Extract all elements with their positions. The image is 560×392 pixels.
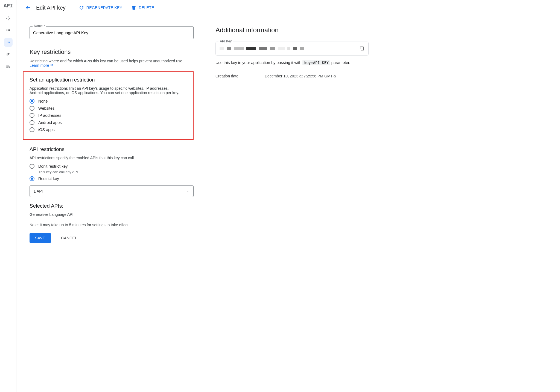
- learn-more-link[interactable]: Learn more: [30, 63, 49, 68]
- radio-ios-label: iOS apps: [38, 127, 55, 132]
- topbar: Edit API key REGENERATE KEY DELETE: [16, 0, 560, 15]
- regenerate-label: REGENERATE KEY: [86, 5, 122, 10]
- radio-android[interactable]: Android apps: [30, 120, 193, 125]
- key-icon: [6, 40, 11, 45]
- api-logo: API: [4, 3, 13, 9]
- app-restriction-title: Set an application restriction: [30, 77, 193, 83]
- key-restrictions-title: Key restrictions: [30, 48, 194, 56]
- settings-list-icon: [6, 64, 11, 69]
- arrow-left-icon: [25, 5, 31, 11]
- back-button[interactable]: [23, 3, 33, 13]
- app-restriction-desc: Application restrictions limit an API ke…: [30, 86, 193, 95]
- api-select[interactable]: 1 API: [30, 185, 194, 197]
- sidebar-item-credentials[interactable]: [4, 38, 13, 47]
- radio-restrict-input[interactable]: [30, 176, 34, 181]
- selected-api-item: Generative Language API: [30, 212, 194, 217]
- hint-prefix: Use this key in your application by pass…: [215, 60, 302, 65]
- radio-ip[interactable]: IP addresses: [30, 113, 193, 118]
- sidebar-item-oauth[interactable]: [4, 50, 13, 59]
- radio-android-input[interactable]: [30, 120, 34, 125]
- refresh-icon: [79, 5, 84, 10]
- diamond-plus-icon: [6, 16, 11, 21]
- radio-ios[interactable]: iOS apps: [30, 127, 193, 132]
- delete-label: DELETE: [139, 5, 154, 10]
- creation-date-value: December 10, 2023 at 7:25:56 PM GMT-5: [265, 74, 336, 78]
- hint-code: key=API_KEY: [302, 60, 330, 65]
- regenerate-button[interactable]: REGENERATE KEY: [79, 5, 122, 10]
- chevron-down-icon: [186, 190, 189, 193]
- radio-ios-input[interactable]: [30, 127, 34, 132]
- delete-button[interactable]: DELETE: [131, 5, 154, 10]
- name-label: Name *: [33, 24, 46, 28]
- radio-websites[interactable]: Websites: [30, 106, 193, 111]
- radio-dont-restrict-label: Don't restrict key: [38, 164, 68, 169]
- radio-android-label: Android apps: [38, 120, 62, 125]
- radio-none-label: None: [38, 99, 48, 103]
- copy-icon: [360, 46, 364, 51]
- radio-dont-restrict-sub: This key can call any API: [38, 170, 194, 174]
- radio-ip-label: IP addresses: [38, 113, 61, 118]
- radio-ip-input[interactable]: [30, 113, 34, 118]
- selected-apis-title: Selected APIs:: [30, 203, 194, 209]
- creation-date-row: Creation date December 10, 2023 at 7:25:…: [215, 71, 369, 81]
- sidebar-item-enabled[interactable]: [4, 14, 13, 23]
- name-input[interactable]: [33, 30, 190, 35]
- external-link-icon: [50, 63, 53, 67]
- copy-button[interactable]: [360, 46, 364, 51]
- api-restrictions-title: API restrictions: [30, 146, 194, 152]
- api-restrictions-desc: API restrictions specify the enabled API…: [30, 156, 194, 160]
- key-restrictions-desc-text: Restricting where and for which APIs thi…: [30, 59, 183, 63]
- trash-icon: [131, 5, 136, 10]
- api-key-hint: Use this key in your application by pass…: [215, 60, 369, 65]
- page-title: Edit API key: [36, 5, 66, 11]
- hint-suffix: parameter.: [331, 60, 350, 65]
- settings-note: Note: It may take up to 5 minutes for se…: [30, 223, 194, 227]
- radio-websites-input[interactable]: [30, 106, 34, 111]
- radio-restrict-label: Restrict key: [38, 176, 59, 181]
- sidebar-item-library[interactable]: [4, 26, 13, 35]
- consent-icon: [6, 52, 11, 57]
- grid-icon: [6, 28, 11, 33]
- creation-date-label: Creation date: [215, 74, 265, 78]
- key-restrictions-desc: Restricting where and for which APIs thi…: [30, 59, 194, 68]
- additional-info-title: Additional information: [215, 26, 369, 34]
- radio-dont-restrict-input[interactable]: [30, 164, 34, 169]
- api-key-label: API Key: [218, 39, 233, 43]
- app-restriction-highlight: Set an application restriction Applicati…: [23, 71, 194, 140]
- radio-none-input[interactable]: [30, 99, 34, 104]
- radio-restrict[interactable]: Restrict key: [30, 176, 194, 181]
- save-button[interactable]: SAVE: [30, 233, 51, 243]
- api-key-box: API Key: [215, 42, 369, 56]
- sidebar: API: [0, 0, 16, 392]
- sidebar-item-domain[interactable]: [4, 62, 13, 71]
- radio-none[interactable]: None: [30, 99, 193, 104]
- radio-dont-restrict[interactable]: Don't restrict key: [30, 164, 194, 169]
- name-field[interactable]: Name *: [30, 26, 194, 39]
- api-select-value: 1 API: [34, 189, 43, 193]
- cancel-button[interactable]: CANCEL: [56, 233, 83, 243]
- api-key-value: [220, 47, 304, 50]
- radio-websites-label: Websites: [38, 106, 54, 111]
